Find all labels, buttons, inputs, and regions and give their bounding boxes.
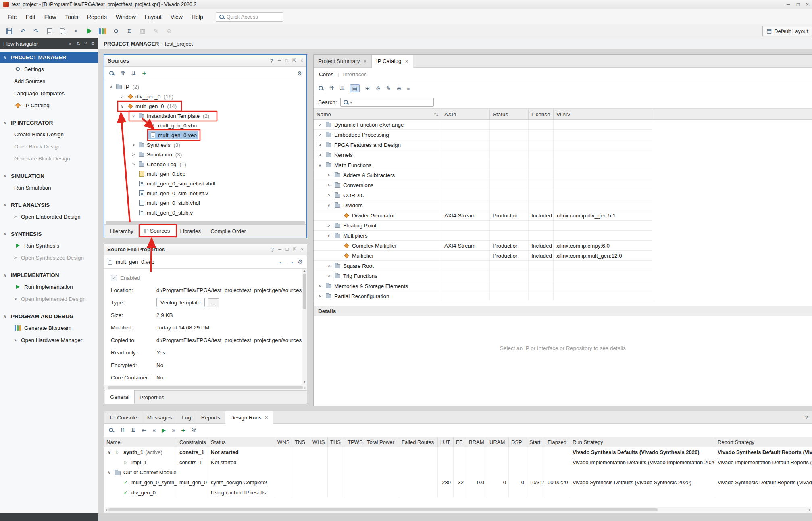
sources-tab-compile-order[interactable]: Compile Order: [206, 225, 251, 238]
search-icon[interactable]: [109, 71, 115, 76]
help-icon[interactable]: ?: [805, 411, 812, 423]
run-small-icon[interactable]: ▶: [162, 427, 166, 433]
sidebar-item-open-elaborated-design[interactable]: >Open Elaborated Design: [0, 210, 98, 223]
flow-nav-section-implementation[interactable]: ∨IMPLEMENTATION: [0, 270, 98, 281]
sidebar-item-settings[interactable]: ⚙Settings: [0, 63, 98, 75]
chevron-right-icon[interactable]: >: [326, 193, 332, 198]
scroll-up-icon[interactable]: ▲: [303, 269, 306, 273]
import-ip-icon[interactable]: ⊞: [365, 85, 370, 91]
toolbar-edit-button[interactable]: ✎: [150, 26, 161, 36]
catalog-row-partial-reconfiguration[interactable]: >Partial Reconfiguration: [314, 291, 652, 301]
sidebar-item-open-block-design[interactable]: Open Block Design: [0, 140, 98, 152]
toolbar-probe-button[interactable]: ⊕: [164, 26, 175, 36]
chevron-right-icon[interactable]: >: [317, 143, 323, 147]
flow-nav-section-simulation[interactable]: ∨SIMULATION: [0, 171, 98, 181]
wrench-icon[interactable]: ⚙: [375, 85, 381, 91]
column-header-report-strategy[interactable]: Report Strategy: [715, 437, 812, 447]
expand-all-icon[interactable]: ⇊: [131, 71, 136, 76]
type-dropdown[interactable]: Verilog Template: [156, 298, 205, 307]
catalog-row-square-root[interactable]: >Square Root: [314, 261, 652, 271]
console-tab-messages[interactable]: Messages: [142, 411, 177, 423]
add-icon[interactable]: +: [181, 427, 185, 434]
menu-reports[interactable]: Reports: [83, 11, 111, 23]
flow-nav-section-rtl-analysis[interactable]: ∨RTL ANALYSIS: [0, 200, 98, 210]
column-header-failed-routes[interactable]: Failed Routes: [399, 437, 438, 447]
column-header-whs[interactable]: WHS: [310, 437, 328, 447]
sidebar-item-add-sources[interactable]: Add Sources: [0, 75, 98, 87]
gear-icon[interactable]: ⚙: [91, 42, 95, 46]
source-tree-item-mult-gen-0-vho[interactable]: mult_gen_0.vho: [104, 121, 306, 130]
properties-panel-header[interactable]: Source File Properties ?─□⇱×: [104, 244, 307, 255]
sidebar-item-open-implemented-design[interactable]: >Open Implemented Design: [0, 293, 98, 305]
flow-nav-section-program-and-debug[interactable]: ∨PROGRAM AND DEBUG: [0, 311, 98, 322]
column-header-elapsed[interactable]: Elapsed: [545, 437, 570, 447]
scroll-left-icon[interactable]: ‹: [105, 386, 106, 390]
chevron-down-icon[interactable]: ∨: [106, 470, 112, 475]
chevron-down-icon[interactable]: ∨: [326, 203, 332, 208]
sidebar-item-ip-catalog[interactable]: IP Catalog: [0, 99, 98, 111]
source-tree-item-mult-gen-0-dcp[interactable]: mult_gen_0.dcp: [104, 169, 306, 179]
vertical-scrollbar[interactable]: ▲ ▼: [302, 269, 307, 385]
scroll-right-icon[interactable]: ›: [304, 386, 306, 390]
source-tree-item-synthesis[interactable]: >Synthesis (3): [104, 140, 306, 150]
go-first-icon[interactable]: ⇤: [142, 427, 146, 433]
source-tree-item-mult-gen-0[interactable]: ∨mult_gen_0 (14): [104, 101, 306, 111]
toolbar-copy-button[interactable]: [57, 26, 68, 36]
column-header-run-strategy[interactable]: Run Strategy: [570, 437, 715, 447]
flow-nav-section-project-manager[interactable]: ∨PROJECT MANAGER: [0, 52, 98, 63]
catalog-row-embedded-processing[interactable]: >Embedded Processing: [314, 130, 652, 140]
toolbar-dashboard-button[interactable]: [97, 26, 108, 36]
toolbar-settings-button[interactable]: ⚙: [110, 26, 121, 36]
expand-all-icon[interactable]: ⇊: [340, 85, 345, 91]
source-tree-item-div-gen-0[interactable]: >div_gen_0 (16): [104, 92, 306, 101]
menu-tools[interactable]: Tools: [60, 11, 83, 23]
toolbar-save-button[interactable]: [4, 26, 15, 36]
chevron-right-icon[interactable]: >: [317, 153, 323, 157]
scroll-right-icon[interactable]: ›: [809, 508, 810, 512]
catalog-row-cordic[interactable]: >CORDIC: [314, 190, 652, 200]
help-icon[interactable]: ?: [270, 58, 273, 64]
chevron-down-icon[interactable]: ∨: [106, 450, 112, 454]
column-header-uram[interactable]: URAM: [487, 437, 509, 447]
document-tab-project-summary[interactable]: Project Summary×: [314, 55, 372, 67]
sidebar-item-run-implementation[interactable]: Run Implementation: [0, 281, 98, 293]
sources-panel-header[interactable]: Sources ?─□⇱×: [104, 55, 306, 67]
float-icon[interactable]: □: [286, 247, 289, 252]
console-tab-reports[interactable]: Reports: [196, 411, 225, 423]
column-header-wns[interactable]: WNS: [275, 437, 292, 447]
scroll-down-icon[interactable]: ▼: [303, 380, 306, 384]
chevron-right-icon[interactable]: >: [130, 142, 137, 147]
collapse-all-icon[interactable]: ⇈: [120, 427, 125, 433]
gear-icon[interactable]: ⚙: [298, 259, 303, 265]
chevron-right-icon[interactable]: >: [326, 183, 332, 188]
catalog-row-kernels[interactable]: >Kernels: [314, 150, 652, 160]
chevron-right-icon[interactable]: >: [317, 133, 323, 137]
source-tree-item-mult-gen-0-veo[interactable]: mult_gen_0.veo: [104, 130, 306, 140]
forward-icon[interactable]: →: [288, 258, 294, 265]
column-header-status[interactable]: Status: [208, 437, 275, 447]
close-icon[interactable]: ×: [264, 414, 268, 421]
document-tab-ip-catalog[interactable]: IP Catalog×: [372, 55, 413, 68]
source-tree-item-mult-gen-0-stub-vhdl[interactable]: mult_gen_0_stub.vhdl: [104, 198, 306, 208]
console-tab-tcl-console[interactable]: Tcl Console: [104, 411, 142, 423]
menu-view[interactable]: View: [166, 11, 187, 23]
chevron-right-icon[interactable]: >: [326, 264, 332, 268]
column-header-dsp[interactable]: DSP: [509, 437, 527, 447]
horizontal-scrollbar[interactable]: ‹ ›: [104, 385, 307, 390]
expand-all-icon[interactable]: ⇊: [131, 427, 136, 433]
chevron-down-icon[interactable]: ∨: [130, 113, 137, 119]
horizontal-scrollbar[interactable]: ‹ ›: [105, 507, 811, 513]
toolbar-run-button[interactable]: [84, 26, 95, 36]
chevron-down-icon[interactable]: ∨: [317, 163, 323, 167]
menu-file[interactable]: File: [3, 11, 21, 23]
chevron-right-icon[interactable]: >: [326, 223, 332, 228]
column-header-axi4[interactable]: AXI4: [441, 109, 490, 119]
chevron-right-icon[interactable]: >: [14, 338, 18, 342]
chevron-right-icon[interactable]: >: [14, 296, 18, 301]
taxonomy-icon[interactable]: ▤: [350, 84, 359, 92]
close-button[interactable]: ×: [806, 2, 809, 7]
column-header-license[interactable]: License: [529, 109, 554, 119]
catalog-row-adders-subtracters[interactable]: >Adders & Subtracters: [314, 170, 652, 180]
step-forward-icon[interactable]: »: [172, 427, 175, 433]
menu-edit[interactable]: Edit: [21, 11, 40, 23]
